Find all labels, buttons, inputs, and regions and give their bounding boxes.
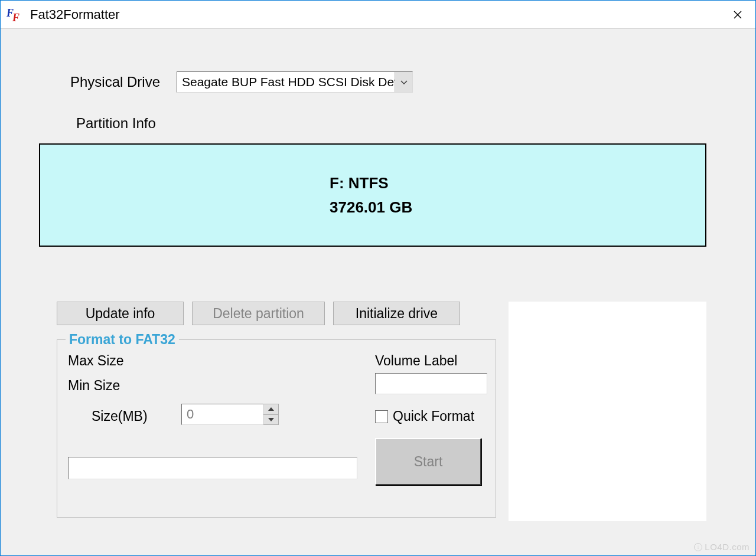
client-area: Physical Drive Seagate BUP Fast HDD SCSI… <box>1 29 755 555</box>
spinner-down-button[interactable] <box>263 415 278 425</box>
partition-info-label: Partition Info <box>76 115 156 132</box>
max-size-label: Max Size <box>68 353 124 369</box>
watermark-icon: ↓ <box>694 543 702 551</box>
delete-partition-button[interactable]: Delete partition <box>192 302 325 325</box>
volume-label-input[interactable] <box>375 373 487 394</box>
quick-format-row: Quick Format <box>375 408 474 424</box>
size-mb-label: Size(MB) <box>92 408 148 424</box>
initialize-drive-button[interactable]: Initialize drive <box>333 302 460 325</box>
start-button[interactable]: Start <box>375 438 481 485</box>
app-icon: F F <box>6 6 24 24</box>
close-button[interactable] <box>720 1 755 29</box>
format-progress-bar <box>68 457 357 479</box>
action-buttons-row: Update info Delete partition Initialize … <box>57 302 460 325</box>
spinner-up-button[interactable] <box>263 404 278 415</box>
quick-format-checkbox[interactable] <box>375 410 388 423</box>
size-spinner[interactable]: 0 <box>181 404 279 425</box>
physical-drive-value: Seagate BUP Fast HDD SCSI Disk Device <box>182 75 395 89</box>
watermark-text: LO4D.com <box>705 542 750 552</box>
partition-box[interactable]: F: NTFS 3726.01 GB <box>39 143 706 247</box>
physical-drive-select[interactable]: Seagate BUP Fast HDD SCSI Disk Device <box>177 71 413 93</box>
svg-text:F: F <box>12 12 19 24</box>
main-window: F F Fat32Formatter Physical Drive Seagat… <box>0 0 756 556</box>
quick-format-label: Quick Format <box>393 408 474 424</box>
partition-size: 3726.01 GB <box>330 195 705 219</box>
triangle-down-icon <box>268 418 274 421</box>
physical-drive-label: Physical Drive <box>70 74 177 90</box>
update-info-button[interactable]: Update info <box>57 302 184 325</box>
volume-label-label: Volume Label <box>375 353 457 369</box>
watermark: ↓ LO4D.com <box>694 542 750 552</box>
partition-drive-fs: F: NTFS <box>330 171 705 195</box>
size-input[interactable]: 0 <box>181 404 263 425</box>
physical-drive-row: Physical Drive Seagate BUP Fast HDD SCSI… <box>70 71 413 93</box>
format-groupbox: Format to FAT32 Max Size Min Size Size(M… <box>57 339 496 518</box>
svg-marker-4 <box>268 407 274 411</box>
side-panel <box>509 302 706 521</box>
titlebar: F F Fat32Formatter <box>1 1 755 29</box>
min-size-label: Min Size <box>68 378 120 394</box>
chevron-down-icon <box>400 80 408 84</box>
triangle-up-icon <box>268 407 274 411</box>
svg-marker-5 <box>268 418 274 421</box>
format-legend: Format to FAT32 <box>66 332 179 348</box>
window-title: Fat32Formatter <box>30 7 720 22</box>
dropdown-button[interactable] <box>395 72 412 92</box>
close-icon <box>734 11 742 19</box>
spinner-buttons <box>263 404 279 425</box>
